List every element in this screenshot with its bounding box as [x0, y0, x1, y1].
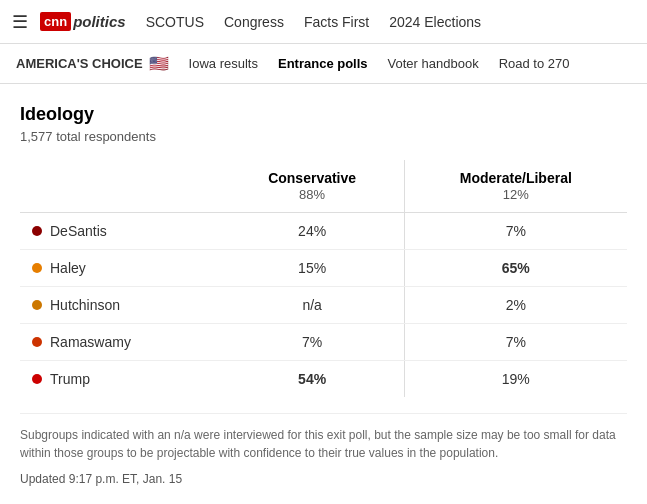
- table-row: Haley15%65%: [20, 250, 627, 287]
- candidate-name: Hutchinson: [50, 297, 120, 313]
- col-header-conservative: Conservative 88%: [221, 160, 405, 213]
- conservative-value: 54%: [221, 361, 405, 398]
- conservative-value: 15%: [221, 250, 405, 287]
- brand-label: AMERICA'S CHOICE: [16, 56, 143, 71]
- candidate-dot: [32, 263, 42, 273]
- candidate-cell: DeSantis: [20, 213, 221, 250]
- candidate-name: Ramaswamy: [50, 334, 131, 350]
- table-row: Hutchinsonn/a2%: [20, 287, 627, 324]
- moderate-value: 7%: [404, 213, 627, 250]
- moderate-value: 7%: [404, 324, 627, 361]
- candidate-dot: [32, 337, 42, 347]
- subnav-iowa-results[interactable]: Iowa results: [189, 56, 258, 71]
- conservative-value: 7%: [221, 324, 405, 361]
- candidate-name: DeSantis: [50, 223, 107, 239]
- ideology-table: Conservative 88% Moderate/Liberal 12% De…: [20, 160, 627, 397]
- top-navigation: ☰ cnn politics SCOTUS Congress Facts Fir…: [0, 0, 647, 44]
- moderate-value: 2%: [404, 287, 627, 324]
- nav-2024-elections[interactable]: 2024 Elections: [389, 14, 481, 30]
- conservative-value: 24%: [221, 213, 405, 250]
- col-header-moderate: Moderate/Liberal 12%: [404, 160, 627, 213]
- moderate-value: 65%: [404, 250, 627, 287]
- table-row: DeSantis24%7%: [20, 213, 627, 250]
- subnav-entrance-polls[interactable]: Entrance polls: [278, 56, 368, 71]
- candidate-name: Trump: [50, 371, 90, 387]
- nav-congress[interactable]: Congress: [224, 14, 284, 30]
- updated-timestamp: Updated 9:17 p.m. ET, Jan. 15: [20, 472, 627, 486]
- section-title: Ideology: [20, 104, 627, 125]
- candidate-cell: Ramaswamy: [20, 324, 221, 361]
- candidate-cell: Trump: [20, 361, 221, 398]
- nav-facts-first[interactable]: Facts First: [304, 14, 369, 30]
- candidate-dot: [32, 374, 42, 384]
- nav-links: SCOTUS Congress Facts First 2024 Electio…: [146, 14, 481, 30]
- conservative-value: n/a: [221, 287, 405, 324]
- flag-icon: 🇺🇸: [149, 54, 169, 73]
- sub-nav-links: Iowa results Entrance polls Voter handbo…: [189, 56, 570, 71]
- americas-choice-brand: AMERICA'S CHOICE 🇺🇸: [16, 54, 169, 73]
- respondents-count: 1,577 total respondents: [20, 129, 627, 144]
- table-row: Ramaswamy7%7%: [20, 324, 627, 361]
- candidate-dot: [32, 300, 42, 310]
- nav-scotus[interactable]: SCOTUS: [146, 14, 204, 30]
- hamburger-menu[interactable]: ☰: [12, 11, 28, 33]
- footnote: Subgroups indicated with an n/a were int…: [20, 413, 627, 462]
- subnav-road-to-270[interactable]: Road to 270: [499, 56, 570, 71]
- subnav-voter-handbook[interactable]: Voter handbook: [388, 56, 479, 71]
- cnn-logo[interactable]: cnn politics: [40, 12, 126, 31]
- main-content: Ideology 1,577 total respondents Conserv…: [0, 84, 647, 502]
- candidate-cell: Hutchinson: [20, 287, 221, 324]
- col-header-candidate: [20, 160, 221, 213]
- cnn-wordmark: cnn: [40, 12, 71, 31]
- candidate-name: Haley: [50, 260, 86, 276]
- table-row: Trump54%19%: [20, 361, 627, 398]
- moderate-value: 19%: [404, 361, 627, 398]
- sub-navigation: AMERICA'S CHOICE 🇺🇸 Iowa results Entranc…: [0, 44, 647, 84]
- politics-wordmark: politics: [73, 13, 126, 30]
- candidate-cell: Haley: [20, 250, 221, 287]
- candidate-dot: [32, 226, 42, 236]
